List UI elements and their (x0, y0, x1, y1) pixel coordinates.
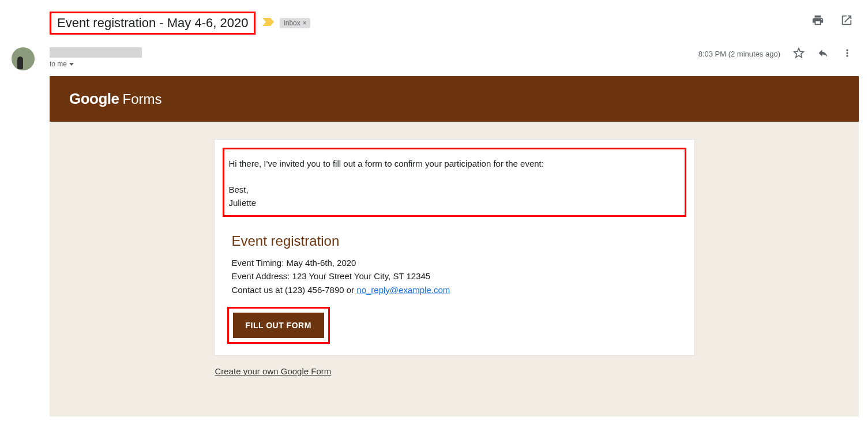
fill-out-form-button[interactable]: FILL OUT FORM (233, 313, 324, 338)
sender-avatar[interactable] (12, 47, 35, 70)
star-icon[interactable] (793, 47, 805, 61)
remove-label-icon[interactable]: × (303, 19, 307, 27)
contact-prefix: Contact us at (123) 456-7890 or (232, 285, 357, 295)
label-text: Inbox (283, 19, 300, 27)
google-forms-banner: Google Forms (50, 76, 859, 122)
event-address: Event Address: 123 Your Street Your City… (232, 269, 677, 283)
contact-email-link[interactable]: no_reply@example.com (356, 285, 450, 295)
more-icon[interactable] (841, 47, 853, 61)
form-title: Event registration (215, 223, 694, 256)
forms-text: Forms (123, 91, 162, 107)
important-marker-icon[interactable] (262, 18, 274, 28)
sender-row: to me 8:03 PM (2 minutes ago) (0, 40, 868, 76)
message-greeting: Hi there, I've invited you to fill out a… (229, 157, 680, 171)
create-own-form-link[interactable]: Create your own Google Form (215, 366, 332, 376)
message-signature: Juliette (229, 197, 680, 210)
email-subject: Event registration - May 4-6, 2020 (50, 12, 255, 35)
chevron-down-icon[interactable] (69, 63, 74, 66)
personal-message: Hi there, I've invited you to fill out a… (223, 148, 686, 217)
button-highlight-box: FILL OUT FORM (227, 307, 330, 344)
to-me-text: to me (50, 60, 67, 68)
event-contact: Contact us at (123) 456-7890 or no_reply… (232, 283, 677, 296)
form-details: Event Timing: May 4th-6th, 2020 Event Ad… (215, 256, 694, 296)
inbox-label-chip[interactable]: Inbox × (280, 18, 310, 28)
recipient-line[interactable]: to me (50, 60, 698, 68)
event-timing: Event Timing: May 4th-6th, 2020 (232, 256, 677, 269)
print-icon[interactable] (811, 14, 824, 29)
open-new-window-icon[interactable] (840, 14, 853, 29)
timestamp: 8:03 PM (2 minutes ago) (698, 50, 780, 58)
google-logo: Google (69, 90, 119, 108)
email-body: Google Forms Hi there, I've invited you … (50, 76, 859, 416)
create-link-container: Create your own Google Form (214, 366, 695, 391)
sender-name-redacted (50, 47, 142, 58)
message-actions: 8:03 PM (2 minutes ago) (698, 47, 853, 61)
form-card: Hi there, I've invited you to fill out a… (214, 139, 695, 356)
sender-info: to me (50, 47, 698, 68)
email-header-row: Event registration - May 4-6, 2020 Inbox… (0, 0, 868, 40)
header-action-icons (811, 14, 853, 29)
message-closing: Best, (229, 183, 680, 197)
reply-icon[interactable] (817, 47, 829, 61)
